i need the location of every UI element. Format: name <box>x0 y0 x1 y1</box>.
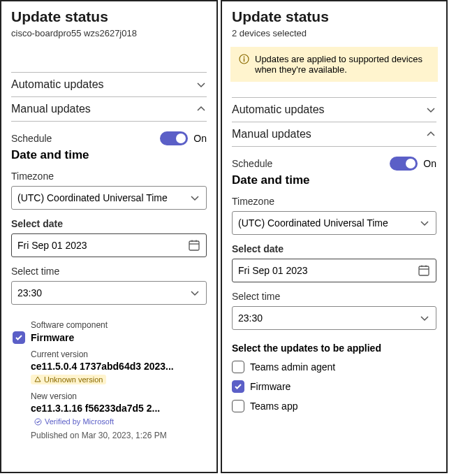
schedule-toggle-state: On <box>423 158 436 169</box>
manual-updates-section[interactable]: Manual updates <box>232 122 436 147</box>
timezone-label: Timezone <box>232 196 436 207</box>
update-status-panel-multi: Update status 2 devices selected Updates… <box>221 0 448 473</box>
time-select[interactable]: 23:30 <box>232 306 436 330</box>
timezone-label: Timezone <box>11 171 207 182</box>
time-value: 23:30 <box>238 312 263 324</box>
timezone-select[interactable]: (UTC) Coordinated Universal Time <box>232 211 436 235</box>
chevron-down-icon <box>425 104 436 115</box>
new-version-value: ce11.3.1.16 f56233da7d5 2... <box>31 403 160 414</box>
timezone-value: (UTC) Coordinated Universal Time <box>17 192 168 203</box>
select-date-label: Select date <box>11 218 207 229</box>
teams-admin-agent-label: Teams admin agent <box>250 361 335 373</box>
svg-rect-0 <box>189 241 199 250</box>
unknown-version-badge: Unknown version <box>31 375 106 384</box>
calendar-icon <box>188 239 200 252</box>
teams-app-checkbox[interactable] <box>232 400 244 412</box>
chevron-down-icon <box>189 287 200 298</box>
firmware-checkbox[interactable] <box>232 380 244 393</box>
automatic-updates-section[interactable]: Automatic updates <box>232 97 436 122</box>
date-value: Fri Sep 01 2023 <box>238 265 308 276</box>
chevron-down-icon <box>419 312 430 324</box>
time-select[interactable]: 23:30 <box>11 281 207 305</box>
banner-text: Updates are applied to supported devices… <box>255 54 429 75</box>
firmware-label: Firmware <box>250 381 290 392</box>
automatic-updates-label: Automatic updates <box>232 103 325 116</box>
info-icon <box>239 54 249 64</box>
date-time-heading: Date and time <box>232 173 436 187</box>
schedule-label: Schedule <box>232 158 272 169</box>
chevron-down-icon <box>419 217 430 229</box>
svg-rect-7 <box>244 58 244 62</box>
chevron-down-icon <box>189 192 200 203</box>
date-input[interactable]: Fri Sep 01 2023 <box>232 259 436 282</box>
info-banner: Updates are applied to supported devices… <box>230 47 438 82</box>
time-value: 23:30 <box>17 287 42 298</box>
software-component-block: Software component Firmware Current vers… <box>11 320 207 440</box>
manual-updates-section[interactable]: Manual updates <box>11 97 207 122</box>
firmware-label: Firmware <box>31 332 74 343</box>
automatic-updates-label: Automatic updates <box>11 78 104 91</box>
svg-point-6 <box>244 57 245 58</box>
select-date-label: Select date <box>232 243 436 254</box>
current-version-value: ce11.5.0.4 1737abd64d3 2023... <box>31 361 174 372</box>
schedule-label: Schedule <box>11 133 52 144</box>
chevron-up-icon <box>425 129 436 140</box>
timezone-select[interactable]: (UTC) Coordinated Universal Time <box>11 186 207 210</box>
svg-rect-8 <box>419 266 429 275</box>
devices-selected: 2 devices selected <box>232 28 436 38</box>
select-updates-heading: Select the updates to be applied <box>232 342 436 354</box>
verified-badge: Verified by Microsoft <box>31 417 117 426</box>
date-time-heading: Date and time <box>11 148 207 162</box>
schedule-toggle[interactable] <box>160 131 188 145</box>
device-name: cisco-boardpro55 wzs2627j018 <box>11 28 207 38</box>
page-title: Update status <box>11 8 207 25</box>
manual-updates-label: Manual updates <box>232 128 311 140</box>
update-status-panel-single: Update status cisco-boardpro55 wzs2627j0… <box>0 0 218 473</box>
chevron-up-icon <box>196 103 207 115</box>
published-date: Published on Mar 30, 2023, 1:26 PM <box>31 431 207 440</box>
software-component-label: Software component <box>31 320 207 330</box>
firmware-checkbox[interactable] <box>13 331 25 344</box>
manual-updates-label: Manual updates <box>11 103 91 115</box>
verified-icon <box>34 418 42 426</box>
calendar-icon <box>418 264 430 277</box>
select-time-label: Select time <box>232 291 436 302</box>
schedule-toggle-state: On <box>193 133 207 144</box>
select-time-label: Select time <box>11 266 207 277</box>
page-title: Update status <box>232 8 436 25</box>
warning-icon <box>34 376 41 383</box>
date-value: Fri Sep 01 2023 <box>17 240 87 251</box>
date-input[interactable]: Fri Sep 01 2023 <box>11 233 207 257</box>
teams-app-label: Teams app <box>250 401 297 412</box>
new-version-label: New version <box>31 391 207 401</box>
teams-admin-agent-checkbox[interactable] <box>232 361 244 373</box>
automatic-updates-section[interactable]: Automatic updates <box>11 72 207 97</box>
current-version-label: Current version <box>31 349 207 359</box>
timezone-value: (UTC) Coordinated Universal Time <box>238 217 388 229</box>
schedule-toggle[interactable] <box>390 157 418 171</box>
chevron-down-icon <box>196 79 207 90</box>
